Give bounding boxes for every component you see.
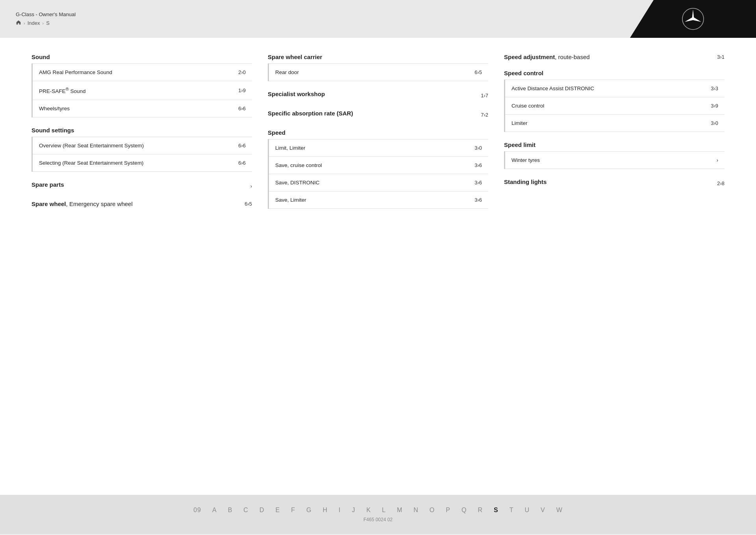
- breadcrumb: › Index › S: [16, 20, 76, 26]
- alpha-m[interactable]: M: [397, 507, 402, 514]
- sound-settings-title: Sound settings: [32, 127, 252, 134]
- section-specialist-workshop: Specialist workshop 1›7: [268, 91, 488, 100]
- standing-lights-row[interactable]: Standing lights 2›8: [504, 178, 724, 188]
- speed-adjustment-row[interactable]: Speed adjustment, route-based 3›1: [504, 54, 724, 60]
- speed-items: Limit, Limiter 3›0 Save, cruise control …: [268, 139, 488, 209]
- list-item[interactable]: Active Distance Assist DISTRONIC 3›3: [505, 80, 724, 97]
- breadcrumb-chevron-2: ›: [42, 21, 44, 26]
- alpha-o[interactable]: O: [430, 507, 435, 514]
- specialist-workshop-row[interactable]: Specialist workshop 1›7: [268, 91, 488, 100]
- spare-wheel-row[interactable]: Spare wheel, Emergency spare wheel 6›5: [32, 201, 252, 207]
- alpha-r[interactable]: R: [478, 507, 483, 514]
- home-icon[interactable]: [16, 20, 21, 26]
- alpha-e[interactable]: E: [275, 507, 280, 514]
- alpha-l[interactable]: L: [382, 507, 386, 514]
- breadcrumb-chevron-1: ›: [24, 21, 25, 26]
- footer: 09 A B C D E F G H I J K L M N O P Q R S…: [0, 495, 756, 534]
- alpha-b[interactable]: B: [228, 507, 233, 514]
- mercedes-logo: [681, 7, 705, 31]
- alpha-u[interactable]: U: [524, 507, 530, 514]
- section-sound-settings: Sound settings Overview (Rear Seat Enter…: [32, 127, 252, 172]
- alpha-n[interactable]: N: [413, 507, 419, 514]
- list-item[interactable]: Overview (Rear Seat Entertainment System…: [33, 137, 252, 154]
- header: G-Class - Owner's Manual › Index › S: [0, 0, 756, 38]
- alpha-i[interactable]: I: [339, 507, 341, 514]
- footer-code: F465 0024 02: [363, 517, 393, 522]
- list-item[interactable]: Save, DISTRONIC 3›6: [269, 174, 488, 191]
- alpha-g[interactable]: G: [306, 507, 311, 514]
- section-spare-parts: Spare parts ›: [32, 181, 252, 191]
- sound-settings-items: Overview (Rear Seat Entertainment System…: [32, 137, 252, 172]
- alpha-c[interactable]: C: [243, 507, 248, 514]
- column-3: Speed adjustment, route-based 3›1 Speed …: [504, 54, 724, 218]
- list-item[interactable]: Selecting (Rear Seat Entertainment Syste…: [33, 154, 252, 172]
- speed-control-title: Speed control: [504, 70, 724, 76]
- manual-title: G-Class - Owner's Manual: [16, 11, 76, 17]
- list-item[interactable]: Winter tyres ›: [505, 151, 724, 169]
- alpha-d[interactable]: D: [259, 507, 265, 514]
- alpha-h[interactable]: H: [322, 507, 328, 514]
- alpha-q[interactable]: Q: [461, 507, 467, 514]
- section-speed: Speed Limit, Limiter 3›0 Save, cruise co…: [268, 129, 488, 209]
- alpha-j[interactable]: J: [352, 507, 355, 514]
- section-specific-absorption: Specific absorption rate (SAR) 7›2: [268, 110, 488, 120]
- breadcrumb-s[interactable]: S: [46, 20, 50, 26]
- list-item[interactable]: AMG Real Performance Sound 2›0: [33, 63, 252, 81]
- section-spare-wheel-carrier: Spare wheel carrier Rear door 6›5: [268, 54, 488, 81]
- list-item[interactable]: Limit, Limiter 3›0: [269, 139, 488, 156]
- list-item[interactable]: Save, Limiter 3›6: [269, 191, 488, 209]
- speed-limit-title: Speed limit: [504, 141, 724, 148]
- alpha-a[interactable]: A: [212, 507, 217, 514]
- alpha-p[interactable]: P: [446, 507, 450, 514]
- sound-items: AMG Real Performance Sound 2›0 PRE-SAFE®…: [32, 63, 252, 117]
- alphabet-nav: 09 A B C D E F G H I J K L M N O P Q R S…: [193, 507, 563, 514]
- section-sound: Sound AMG Real Performance Sound 2›0 PRE…: [32, 54, 252, 117]
- section-standing-lights: Standing lights 2›8: [504, 178, 724, 188]
- header-left: G-Class - Owner's Manual › Index › S: [16, 11, 76, 26]
- alpha-s[interactable]: S: [494, 507, 498, 514]
- list-item[interactable]: Rear door 6›5: [269, 63, 488, 81]
- speed-title: Speed: [268, 129, 488, 136]
- list-item[interactable]: Limiter 3›0: [505, 114, 724, 132]
- list-item[interactable]: Save, cruise control 3›6: [269, 156, 488, 174]
- spare-parts-row[interactable]: Spare parts ›: [32, 181, 252, 191]
- alpha-k[interactable]: K: [366, 507, 371, 514]
- list-item[interactable]: Wheels/tyres 6›6: [33, 100, 252, 117]
- main-content: Sound AMG Real Performance Sound 2›0 PRE…: [0, 38, 756, 495]
- list-item[interactable]: PRE-SAFE® Sound 1›9: [33, 81, 252, 100]
- logo-block: [630, 0, 756, 38]
- sound-title: Sound: [32, 54, 252, 60]
- section-speed-control: Speed control Active Distance Assist DIS…: [504, 70, 724, 132]
- specific-absorption-row[interactable]: Specific absorption rate (SAR) 7›2: [268, 110, 488, 120]
- columns-wrapper: Sound AMG Real Performance Sound 2›0 PRE…: [32, 54, 724, 218]
- alpha-09[interactable]: 09: [193, 507, 201, 514]
- list-item[interactable]: Cruise control 3›9: [505, 97, 724, 114]
- spare-wheel-carrier-title: Spare wheel carrier: [268, 54, 488, 60]
- spare-wheel-carrier-items: Rear door 6›5: [268, 63, 488, 81]
- column-1: Sound AMG Real Performance Sound 2›0 PRE…: [32, 54, 268, 218]
- alpha-f[interactable]: F: [291, 507, 295, 514]
- speed-control-items: Active Distance Assist DISTRONIC 3›3 Cru…: [504, 80, 724, 132]
- section-speed-adjustment: Speed adjustment, route-based 3›1: [504, 54, 724, 60]
- alpha-w[interactable]: W: [556, 507, 563, 514]
- section-speed-limit: Speed limit Winter tyres ›: [504, 141, 724, 169]
- breadcrumb-index[interactable]: Index: [28, 20, 40, 26]
- section-spare-wheel: Spare wheel, Emergency spare wheel 6›5: [32, 201, 252, 207]
- alpha-v[interactable]: V: [541, 507, 545, 514]
- speed-limit-items: Winter tyres ›: [504, 151, 724, 169]
- column-2: Spare wheel carrier Rear door 6›5 Specia…: [268, 54, 504, 218]
- alpha-t[interactable]: T: [510, 507, 514, 514]
